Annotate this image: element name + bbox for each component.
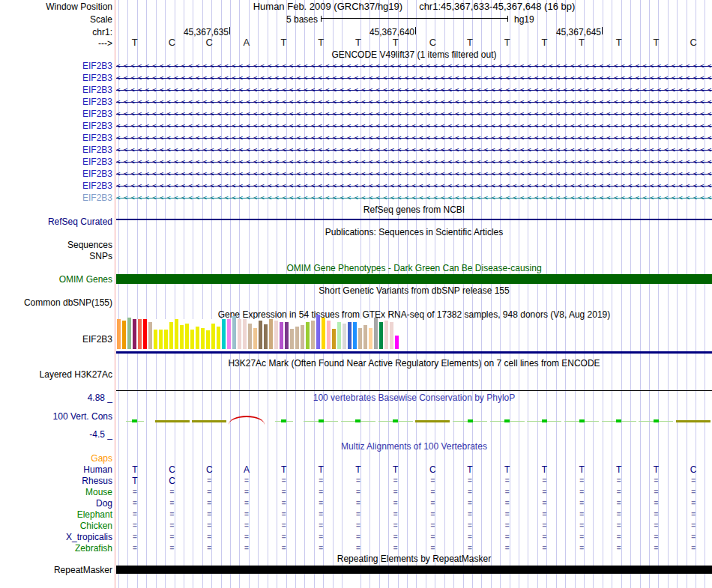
- multiz-species-label[interactable]: Dog: [0, 498, 112, 509]
- gtex-bar[interactable]: [348, 322, 352, 349]
- layered-h3k27ac-label[interactable]: Layered H3K27Ac: [0, 369, 112, 380]
- gencode-transcript-label[interactable]: EIF2B3: [0, 169, 112, 179]
- gtex-bar[interactable]: [201, 328, 205, 349]
- gtex-bar[interactable]: [253, 328, 257, 349]
- gtex-bar[interactable]: [117, 319, 121, 349]
- gencode-transcript[interactable]: <<<<<<<<<<<<<<<<<<<<<<<<<<<<<<<<<<<<<<<<…: [116, 73, 712, 82]
- gencode-transcript[interactable]: <<<<<<<<<<<<<<<<<<<<<<<<<<<<<<<<<<<<<<<<…: [116, 181, 712, 190]
- gtex-bar[interactable]: [180, 325, 184, 349]
- gtex-bar[interactable]: [332, 329, 336, 349]
- gtex-bar[interactable]: [337, 322, 341, 349]
- gencode-transcript-label[interactable]: EIF2B3: [0, 97, 112, 107]
- gtex-bar[interactable]: [232, 316, 236, 349]
- gtex-bar[interactable]: [306, 322, 310, 349]
- gtex-bar[interactable]: [211, 324, 215, 349]
- gtex-bar[interactable]: [175, 319, 178, 349]
- gencode-transcript[interactable]: <<<<<<<<<<<<<<<<<<<<<<<<<<<<<<<<<<<<<<<<…: [116, 97, 712, 106]
- gencode-transcript[interactable]: <<<<<<<<<<<<<<<<<<<<<<<<<<<<<<<<<<<<<<<<…: [116, 61, 712, 70]
- gtex-bar[interactable]: [217, 327, 220, 349]
- refseq-curated-gene-line[interactable]: [116, 219, 712, 220]
- multiz-species-label[interactable]: Rhesus: [0, 476, 112, 486]
- gtex-bar[interactable]: [227, 319, 231, 349]
- gtex-bar[interactable]: [280, 322, 283, 349]
- gtex-bar[interactable]: [295, 327, 299, 349]
- gencode-transcript-label[interactable]: EIF2B3: [0, 181, 112, 191]
- gtex-bar[interactable]: [353, 322, 357, 349]
- gtex-bar[interactable]: [154, 330, 157, 349]
- multiz-gaps-label[interactable]: Gaps: [0, 453, 112, 464]
- gencode-transcript[interactable]: <<<<<<<<<<<<<<<<<<<<<<<<<<<<<<<<<<<<<<<<…: [116, 85, 712, 94]
- gencode-transcript-label[interactable]: EIF2B3: [0, 157, 112, 167]
- gtex-bar[interactable]: [259, 321, 262, 349]
- gtex-bar[interactable]: [285, 322, 289, 349]
- gtex-expression-bars[interactable]: [116, 317, 712, 351]
- gtex-bar[interactable]: [196, 327, 199, 349]
- gencode-transcript[interactable]: <<<<<<<<<<<<<<<<<<<<<<<<<<<<<<<<<<<<<<<<…: [116, 157, 712, 166]
- gencode-transcript-label[interactable]: EIF2B3: [0, 61, 112, 71]
- omim-genes-label[interactable]: OMIM Genes: [0, 274, 112, 285]
- refseq-curated-label[interactable]: RefSeq Curated: [0, 216, 112, 227]
- gtex-bar[interactable]: [164, 330, 168, 349]
- gtex-bar[interactable]: [274, 321, 278, 349]
- gtex-bar[interactable]: [322, 318, 325, 349]
- multiz-species-label[interactable]: Chicken: [0, 521, 112, 531]
- gencode-transcript-label[interactable]: EIF2B3: [0, 85, 112, 95]
- gtex-bar[interactable]: [358, 328, 362, 349]
- gencode-transcript-label[interactable]: EIF2B3: [0, 73, 112, 83]
- gtex-bar[interactable]: [369, 328, 372, 349]
- gtex-bar[interactable]: [390, 322, 393, 349]
- gencode-transcript-label[interactable]: EIF2B3: [0, 145, 112, 155]
- gtex-bar[interactable]: [395, 336, 399, 349]
- gtex-bar[interactable]: [243, 319, 247, 349]
- gtex-bar[interactable]: [384, 321, 388, 349]
- strand-arrow-label[interactable]: --->: [0, 38, 112, 49]
- gencode-transcript-label[interactable]: EIF2B3: [0, 193, 112, 203]
- gencode-transcript-label[interactable]: EIF2B3: [0, 121, 112, 131]
- gtex-bar[interactable]: [374, 318, 378, 349]
- gtex-bar[interactable]: [190, 330, 194, 349]
- gtex-bar[interactable]: [222, 319, 226, 349]
- gtex-gene-model-line[interactable]: [116, 351, 712, 354]
- omim-gene-bar[interactable]: [116, 274, 712, 284]
- gtex-bar[interactable]: [248, 324, 252, 349]
- gtex-bar[interactable]: [301, 325, 304, 349]
- gencode-transcript[interactable]: <<<<<<<<<<<<<<<<<<<<<<<<<<<<<<<<<<<<<<<<…: [116, 145, 712, 154]
- gtex-bar[interactable]: [363, 325, 367, 349]
- gtex-bar[interactable]: [290, 329, 294, 349]
- gtex-bar[interactable]: [327, 321, 331, 349]
- snps-track-label[interactable]: SNPs: [0, 251, 112, 261]
- gtex-bar[interactable]: [133, 319, 136, 349]
- gtex-bar[interactable]: [206, 330, 210, 349]
- multiz-species-label[interactable]: Human: [0, 464, 112, 475]
- gtex-bar[interactable]: [169, 322, 173, 349]
- gtex-bar[interactable]: [148, 322, 152, 349]
- gencode-transcript[interactable]: <<<<<<<<<<<<<<<<<<<<<<<<<<<<<<<<<<<<<<<<…: [116, 193, 712, 202]
- gtex-bar[interactable]: [316, 315, 320, 349]
- gtex-bar[interactable]: [185, 324, 189, 349]
- multiz-species-label[interactable]: Mouse: [0, 487, 112, 497]
- repeatmasker-element-bar[interactable]: [116, 566, 712, 574]
- gtex-bar[interactable]: [379, 322, 383, 349]
- gtex-bar[interactable]: [264, 324, 268, 349]
- gtex-bar[interactable]: [127, 318, 131, 349]
- gencode-transcript[interactable]: <<<<<<<<<<<<<<<<<<<<<<<<<<<<<<<<<<<<<<<<…: [116, 169, 712, 178]
- gtex-bar[interactable]: [238, 319, 241, 349]
- gtex-bar[interactable]: [269, 319, 273, 349]
- multiz-species-label[interactable]: Zebrafish: [0, 543, 112, 554]
- common-dbsnp-label[interactable]: Common dbSNP(155): [0, 297, 112, 308]
- gencode-transcript[interactable]: <<<<<<<<<<<<<<<<<<<<<<<<<<<<<<<<<<<<<<<<…: [116, 109, 712, 118]
- gtex-bar[interactable]: [159, 330, 163, 349]
- gtex-bar[interactable]: [343, 324, 346, 349]
- multiz-species-label[interactable]: X_tropicalis: [0, 532, 112, 542]
- gtex-gene-label[interactable]: EIF2B3: [0, 334, 112, 345]
- sequences-track-label[interactable]: Sequences: [0, 240, 112, 250]
- gtex-bar[interactable]: [143, 319, 147, 349]
- gencode-transcript[interactable]: <<<<<<<<<<<<<<<<<<<<<<<<<<<<<<<<<<<<<<<<…: [116, 121, 712, 130]
- gencode-transcript[interactable]: <<<<<<<<<<<<<<<<<<<<<<<<<<<<<<<<<<<<<<<<…: [116, 133, 712, 142]
- vert-cons-label[interactable]: 100 Vert. Cons: [0, 411, 112, 422]
- gtex-bar[interactable]: [138, 319, 142, 349]
- gtex-bar[interactable]: [122, 321, 126, 349]
- gencode-transcript-label[interactable]: EIF2B3: [0, 109, 112, 119]
- gencode-transcript-label[interactable]: EIF2B3: [0, 133, 112, 143]
- repeatmasker-label[interactable]: RepeatMasker: [0, 565, 112, 575]
